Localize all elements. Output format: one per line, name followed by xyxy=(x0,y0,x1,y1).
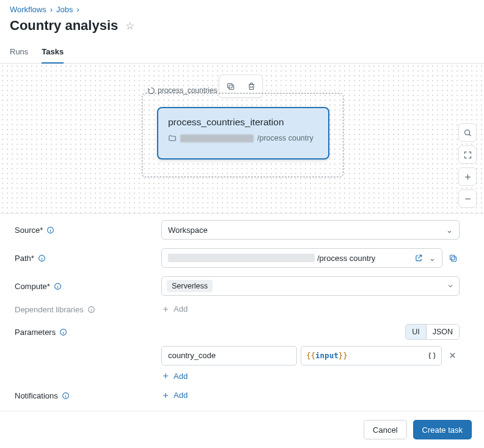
path-row: Path* /process country ⌄ xyxy=(15,248,473,268)
redacted-path xyxy=(168,254,315,262)
info-icon[interactable] xyxy=(46,226,54,234)
path-input[interactable]: /process country ⌄ xyxy=(161,248,442,268)
svg-point-2 xyxy=(464,130,469,134)
add-notification[interactable]: Add xyxy=(161,391,188,400)
task-path-suffix: /process country xyxy=(257,134,314,142)
svg-rect-0 xyxy=(229,85,234,90)
chevron-right-icon: › xyxy=(77,5,79,14)
loop-label-text: process_countries xyxy=(158,86,217,95)
task-node-title: process_countries_iteration xyxy=(168,117,318,128)
info-icon[interactable] xyxy=(38,254,46,262)
compute-chip: Serverless xyxy=(167,280,213,292)
source-row: Source* Workspace ⌄ xyxy=(15,220,473,240)
notifications-row: Notifications Add xyxy=(15,391,473,402)
parameters-label: Parameters xyxy=(15,324,161,337)
plus-icon xyxy=(161,305,170,314)
notifications-label: Notifications xyxy=(15,391,161,400)
tabs: Runs Tasks xyxy=(0,42,484,64)
source-select[interactable]: Workspace ⌄ xyxy=(161,220,460,240)
breadcrumb-jobs[interactable]: Jobs xyxy=(56,5,73,14)
params-mode-ui[interactable]: UI xyxy=(406,325,426,339)
compute-select[interactable]: Serverless xyxy=(161,276,460,296)
add-dependent-library[interactable]: Add xyxy=(161,304,188,314)
compute-label: Compute* xyxy=(15,282,161,291)
path-label: Path* xyxy=(15,254,161,263)
copy-icon[interactable] xyxy=(222,78,239,95)
parameter-item: {{input}} xyxy=(161,346,460,365)
chevron-down-icon: ⌄ xyxy=(446,226,453,235)
svg-rect-1 xyxy=(227,83,232,88)
info-icon[interactable] xyxy=(54,282,62,290)
parameters-row: Parameters UI JSON {{input}} xyxy=(15,324,473,383)
param-value-input[interactable]: {{input}} xyxy=(301,346,442,365)
loop-icon xyxy=(147,87,155,95)
breadcrumb-workflows[interactable]: Workflows xyxy=(10,5,46,14)
footer: Cancel Create task xyxy=(0,411,484,448)
loop-label: process_countries xyxy=(146,86,218,95)
search-icon[interactable] xyxy=(458,123,477,142)
task-graph-canvas[interactable]: process_countries process_countries_iter… xyxy=(0,64,484,214)
breadcrumb: Workflows › Jobs › xyxy=(0,0,484,17)
tab-runs[interactable]: Runs xyxy=(10,42,28,63)
page-title: Country analysis xyxy=(10,18,118,34)
redacted-path xyxy=(180,134,254,142)
add-parameter[interactable]: Add xyxy=(161,372,188,381)
task-node-path: /process country xyxy=(168,134,318,142)
info-icon[interactable] xyxy=(62,392,70,400)
deplib-row: Dependent libraries Add xyxy=(15,304,473,315)
chevron-right-icon: › xyxy=(50,5,53,14)
info-icon[interactable] xyxy=(87,306,95,314)
trash-icon[interactable] xyxy=(243,78,260,95)
star-icon[interactable]: ☆ xyxy=(125,20,134,32)
param-key-input[interactable] xyxy=(161,346,297,365)
braces-icon[interactable] xyxy=(428,351,436,360)
params-mode-json[interactable]: JSON xyxy=(426,325,459,339)
open-external-icon[interactable] xyxy=(414,254,423,262)
remove-param-icon[interactable] xyxy=(446,348,460,362)
plus-icon xyxy=(161,372,170,380)
source-value: Workspace xyxy=(168,226,208,235)
svg-rect-5 xyxy=(452,257,457,262)
task-form: Source* Workspace ⌄ Path* /process count… xyxy=(0,214,484,416)
zoom-in-icon[interactable] xyxy=(458,167,477,186)
path-suffix: /process country xyxy=(317,254,375,263)
source-label: Source* xyxy=(15,226,161,235)
plus-icon xyxy=(161,391,170,400)
deplib-label: Dependent libraries xyxy=(15,305,161,314)
svg-rect-6 xyxy=(450,255,455,260)
copy-path-icon[interactable] xyxy=(449,254,458,263)
tab-tasks[interactable]: Tasks xyxy=(42,42,64,64)
info-icon[interactable] xyxy=(59,328,67,336)
fullscreen-icon[interactable] xyxy=(458,145,477,164)
cancel-button[interactable]: Cancel xyxy=(364,420,406,439)
chevron-down-icon[interactable]: ⌄ xyxy=(429,254,436,263)
zoom-out-icon[interactable] xyxy=(458,189,477,208)
parameters-mode-toggle: UI JSON xyxy=(161,324,460,340)
task-node[interactable]: process_countries_iteration /process cou… xyxy=(157,107,329,160)
folder-icon xyxy=(168,134,177,142)
page-title-row: Country analysis ☆ xyxy=(0,17,484,42)
chevron-down-icon xyxy=(447,282,454,290)
create-task-button[interactable]: Create task xyxy=(413,420,472,439)
compute-row: Compute* Serverless xyxy=(15,276,473,296)
loop-container-node[interactable]: process_countries process_countries_iter… xyxy=(142,93,343,177)
canvas-side-controls xyxy=(458,123,477,208)
